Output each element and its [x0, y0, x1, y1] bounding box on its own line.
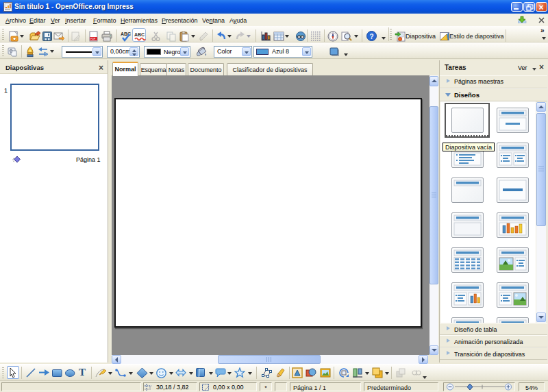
svg-text:ABC: ABC: [134, 32, 145, 37]
svg-text:?: ?: [370, 33, 374, 40]
svg-text:PDF: PDF: [90, 38, 96, 40]
